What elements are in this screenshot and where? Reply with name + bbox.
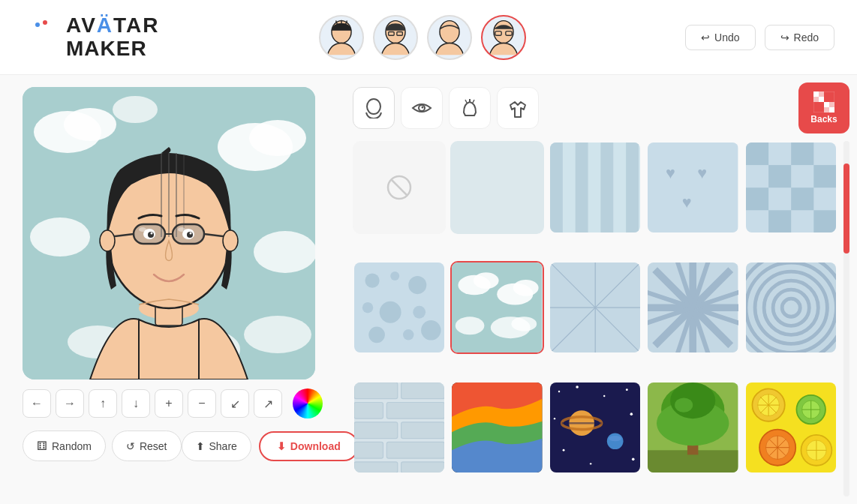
svg-rect-54 (813, 92, 819, 97)
space-svg (550, 382, 640, 472)
svg-rect-67 (576, 142, 588, 232)
move-up-button[interactable]: ↑ (89, 389, 117, 418)
main: ← → ↑ ↓ + − ↙ ↗ ⚅ Random ↺ Reset (0, 75, 857, 504)
svg-point-140 (576, 386, 579, 388)
bg-checker[interactable] (744, 141, 837, 234)
svg-rect-70 (648, 142, 738, 232)
svg-rect-66 (550, 142, 563, 232)
svg-point-90 (368, 326, 385, 343)
redo-label: Redo (794, 32, 819, 44)
bg-citrus[interactable] (744, 381, 837, 474)
face-icon (363, 98, 384, 118)
svg-rect-59 (813, 97, 819, 102)
redo-icon: ↪ (780, 32, 789, 44)
move-right-button[interactable]: → (56, 389, 84, 418)
canvas-area: ← → ↑ ↓ + − ↙ ↗ ⚅ Random ↺ Reset (0, 75, 353, 504)
bg-stripes[interactable] (549, 141, 642, 234)
svg-point-86 (408, 276, 426, 294)
backs-label: Backs (810, 114, 837, 124)
svg-rect-133 (354, 442, 383, 458)
svg-point-44 (100, 230, 115, 251)
bg-rays[interactable] (646, 261, 739, 354)
bg-tree[interactable] (646, 381, 739, 474)
share-button[interactable]: ⬆ Share (182, 431, 251, 461)
download-icon: ⬇ (277, 440, 286, 452)
backs-icon (813, 92, 834, 112)
svg-rect-60 (829, 102, 834, 107)
svg-point-43 (190, 232, 192, 235)
svg-point-15 (64, 108, 116, 141)
tab-head[interactable] (449, 87, 491, 129)
undo-button[interactable]: ↩ Undo (685, 25, 755, 50)
move-left-button[interactable]: ← (23, 389, 51, 418)
svg-point-97 (513, 280, 539, 296)
svg-point-139 (558, 391, 560, 392)
svg-point-95 (474, 272, 499, 289)
bg-bricks[interactable] (353, 381, 446, 474)
svg-point-9 (440, 20, 459, 43)
header: AVÄTAR MAKER ↩ Undo ↪ Redo (0, 0, 857, 75)
tab-clothes[interactable] (497, 87, 539, 129)
svg-point-92 (421, 320, 441, 340)
bricks-svg (354, 382, 444, 472)
svg-point-0 (35, 22, 40, 27)
share-label: Share (209, 440, 237, 452)
svg-point-100 (512, 316, 537, 331)
download-button[interactable]: ⬇ Download (259, 431, 359, 461)
rotate-ccw-button[interactable]: ↙ (221, 389, 249, 418)
svg-point-42 (151, 232, 153, 235)
tab-face[interactable] (353, 87, 395, 129)
bg-hearts[interactable]: ♥ ♥ ♥ (646, 141, 739, 234)
svg-text:♥: ♥ (682, 193, 692, 212)
svg-rect-132 (401, 422, 445, 439)
clouds-svg (452, 262, 542, 352)
avatar-thumb-3[interactable] (427, 15, 472, 60)
svg-point-147 (590, 463, 591, 464)
svg-point-91 (403, 329, 413, 340)
head-icon (459, 98, 480, 118)
reset-icon: ↺ (126, 440, 135, 452)
zoom-out-button[interactable]: − (188, 389, 216, 418)
reset-label: Reset (140, 440, 167, 452)
random-button[interactable]: ⚅ Random (23, 430, 106, 461)
bg-rainbow[interactable] (450, 381, 543, 474)
bg-lines[interactable] (549, 261, 642, 354)
zoom-in-button[interactable]: + (155, 389, 183, 418)
svg-rect-61 (824, 107, 829, 112)
svg-point-48 (422, 106, 424, 109)
move-down-button[interactable]: ↓ (122, 389, 150, 418)
lines-svg (550, 262, 640, 352)
scrollbar-track[interactable] (843, 141, 849, 496)
svg-rect-135 (354, 462, 398, 472)
color-picker-button[interactable] (293, 388, 323, 418)
svg-rect-134 (386, 442, 444, 458)
svg-rect-136 (401, 462, 445, 472)
svg-line-64 (391, 179, 407, 196)
avatar-scene (23, 87, 315, 380)
svg-point-84 (365, 273, 379, 287)
background-grid: ♥ ♥ ♥ (353, 141, 840, 496)
tab-eyes[interactable] (401, 87, 443, 129)
avatar-thumb-2[interactable] (373, 15, 418, 60)
redo-button[interactable]: ↪ Redo (765, 25, 834, 50)
rotate-cw-button[interactable]: ↗ (254, 389, 282, 418)
svg-rect-131 (354, 422, 398, 439)
bottom-bar: ⚅ Random ↺ Reset ⬆ Share ⬇ Download (23, 430, 338, 461)
bg-dots[interactable] (353, 261, 446, 354)
avatar-thumb-4[interactable] (481, 15, 526, 60)
bg-plain[interactable] (450, 141, 543, 234)
bg-circles[interactable] (744, 261, 837, 354)
none-icon (384, 172, 414, 202)
reset-button[interactable]: ↺ Reset (112, 430, 182, 461)
avatar-canvas (23, 87, 315, 380)
bg-none[interactable] (353, 141, 446, 234)
svg-rect-78 (813, 165, 836, 188)
avatar-thumb-1[interactable] (319, 15, 364, 60)
backs-button[interactable]: Backs (798, 82, 849, 134)
bg-clouds[interactable] (450, 261, 543, 354)
svg-rect-82 (813, 210, 836, 232)
scrollbar-thumb[interactable] (843, 164, 849, 254)
bg-space[interactable] (549, 381, 642, 474)
bottom-left-actions: ⚅ Random ↺ Reset (23, 430, 182, 461)
svg-point-153 (609, 436, 621, 441)
